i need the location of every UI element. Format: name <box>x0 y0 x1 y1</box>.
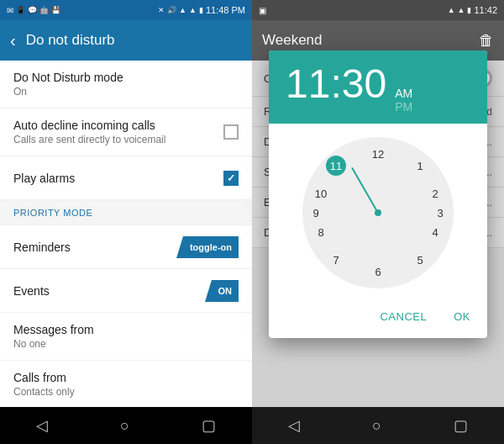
calls-from-label: Calls from <box>13 371 239 384</box>
setting-messages-from[interactable]: Messages from No one <box>0 313 252 361</box>
clock-num-7[interactable]: 7 <box>326 250 346 270</box>
right-nav-recent-button[interactable]: ▢ <box>454 416 468 435</box>
messages-from-label: Messages from <box>13 323 239 336</box>
clock-num-2[interactable]: 2 <box>425 183 445 204</box>
auto-decline-checkbox[interactable] <box>223 124 239 140</box>
clock-num-10[interactable]: 10 <box>311 183 331 204</box>
clock-time-display: 11:30 <box>286 64 386 104</box>
back-button[interactable]: ‹ <box>10 31 16 50</box>
reminders-toggle[interactable]: toggle-on <box>190 242 232 252</box>
clock-dialog: 11:30 AM PM 12 1 2 3 4 5 6 7 8 <box>269 50 487 338</box>
delete-button[interactable]: 🗑 <box>479 32 494 50</box>
clock-num-12[interactable]: 12 <box>368 144 388 164</box>
dnd-mode-value: On <box>13 86 239 98</box>
play-alarms-checkbox[interactable] <box>223 171 239 186</box>
dnd-icon: ✕ <box>158 6 165 14</box>
right-nav-back-button[interactable]: ◁ <box>288 416 300 435</box>
right-time: 11:42 <box>474 5 497 15</box>
play-alarms-label: Play alarms <box>13 172 223 185</box>
right-nav-home-button[interactable]: ○ <box>372 417 381 435</box>
page-title: Do not disturb <box>26 32 115 49</box>
events-label: Events <box>13 284 212 298</box>
clock-am-label[interactable]: AM <box>395 87 412 100</box>
nav-back-button[interactable]: ◁ <box>36 416 48 435</box>
right-wifi-icon: ▲ <box>458 6 465 14</box>
left-time: 11:48 PM <box>206 5 245 15</box>
left-panel: ✉ 📱 💬 🤖 💾 ✕ 🔊 ▲ ▲ ▮ 11:48 PM ‹ Do not di… <box>0 0 252 444</box>
msg-icon: 💬 <box>28 6 37 14</box>
messages-from-value: No one <box>13 338 239 350</box>
wifi-icon: ▲ <box>189 6 197 14</box>
dnd-mode-label: Do Not Disturb mode <box>13 71 239 84</box>
setting-play-alarms[interactable]: Play alarms <box>0 156 252 200</box>
clock-face-container: 12 1 2 3 4 5 6 7 8 9 10 11 <box>269 124 487 302</box>
left-status-bar: ✉ 📱 💬 🤖 💾 ✕ 🔊 ▲ ▲ ▮ 11:48 PM <box>0 0 252 20</box>
android-icon: 🤖 <box>39 6 49 14</box>
setting-dnd-mode[interactable]: Do Not Disturb mode On <box>0 61 252 108</box>
right-signal-icon: ▲ <box>448 6 455 14</box>
right-battery-icon: ▮ <box>467 6 471 14</box>
left-status-right: ✕ 🔊 ▲ ▲ ▮ 11:48 PM <box>158 5 245 15</box>
auto-decline-label: Auto decline incoming calls <box>13 119 223 132</box>
priority-mode-section: PRIORITY MODE <box>0 200 252 225</box>
volume-icon: 🔊 <box>167 6 176 14</box>
reminders-label: Reminders <box>13 240 183 254</box>
setting-events[interactable]: Events ON <box>0 269 252 313</box>
sim-icon: 📱 <box>16 6 25 14</box>
events-toggle[interactable]: ON <box>218 286 233 296</box>
ok-button[interactable]: OK <box>447 305 477 328</box>
right-status-left: ▣ <box>259 6 266 15</box>
envelope-icon: ✉ <box>7 6 13 15</box>
clock-pm-label[interactable]: PM <box>395 100 412 114</box>
clock-num-4[interactable]: 4 <box>425 222 445 242</box>
sd-icon: 💾 <box>51 6 60 14</box>
right-status-right: ▲ ▲ ▮ 11:42 <box>448 5 497 15</box>
clock-num-5[interactable]: 5 <box>410 250 430 270</box>
clock-header: 11:30 AM PM <box>269 50 487 124</box>
cancel-button[interactable]: CANCEL <box>373 305 433 328</box>
left-status-icons: ✉ 📱 💬 🤖 💾 <box>7 6 60 15</box>
calls-from-value: Contacts only <box>13 386 239 398</box>
signal-bars-icon: ▲ <box>179 6 186 14</box>
right-status-bar: ▣ ▲ ▲ ▮ 11:42 <box>252 0 504 20</box>
left-top-bar: ‹ Do not disturb <box>0 20 252 61</box>
left-nav-bar: ◁ ○ ▢ <box>0 407 252 444</box>
clock-num-9[interactable]: 9 <box>306 203 326 223</box>
right-panel: ▣ ▲ ▲ ▮ 11:42 Weekend 🗑 Off Rule name We… <box>252 0 504 444</box>
clock-num-1[interactable]: 1 <box>410 156 430 176</box>
clock-num-6[interactable]: 6 <box>368 262 388 282</box>
clock-actions: CANCEL OK <box>269 302 487 338</box>
clock-num-8[interactable]: 8 <box>311 222 331 242</box>
settings-list: Do Not Disturb mode On Auto decline inco… <box>0 61 252 407</box>
right-page-title: Weekend <box>262 32 323 49</box>
clock-num-3[interactable]: 3 <box>430 203 450 223</box>
clock-face[interactable]: 12 1 2 3 4 5 6 7 8 9 10 11 <box>302 137 454 288</box>
clock-num-11[interactable]: 11 <box>326 156 346 176</box>
nav-home-button[interactable]: ○ <box>120 417 129 435</box>
setting-calls-from[interactable]: Calls from Contacts only <box>0 361 252 407</box>
nav-recent-button[interactable]: ▢ <box>202 416 216 435</box>
battery-icon: ▮ <box>199 6 203 14</box>
hour-hand <box>351 167 379 214</box>
right-nav-bar: ◁ ○ ▢ <box>252 407 504 444</box>
auto-decline-sublabel: Calls are sent directly to voicemail <box>13 134 223 145</box>
clock-center-dot <box>375 209 381 216</box>
clock-ampm: AM PM <box>395 87 412 114</box>
setting-reminders[interactable]: Reminders toggle-on <box>0 225 252 269</box>
priority-mode-label: PRIORITY MODE <box>13 208 92 218</box>
setting-auto-decline[interactable]: Auto decline incoming calls Calls are se… <box>0 108 252 156</box>
